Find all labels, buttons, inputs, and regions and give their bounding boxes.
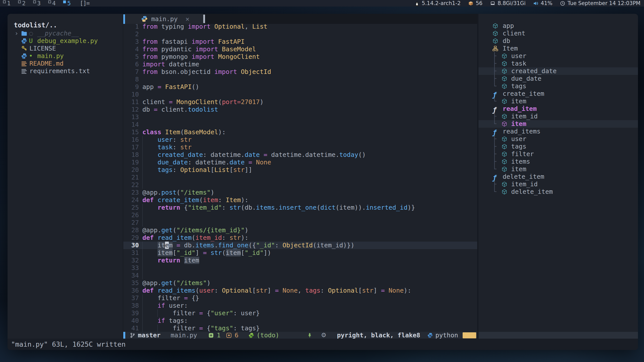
code-area[interactable]: 1from typing import Optional, List23from… [123,23,477,332]
line-number: 31 [123,249,142,257]
symbol-read_item[interactable]: ƒread_item [478,105,638,113]
code-line-39[interactable]: 39filter = {"user": user} [123,309,477,317]
code-line-20[interactable]: 20tags: Optional[List[str]] [123,166,477,174]
statusline-filename: main.py [171,332,197,339]
file-row-main-py[interactable]: •main.py [8,52,123,60]
symbol-item[interactable]: └item [478,98,638,105]
code-line-21[interactable]: 21 [123,174,477,181]
symbol-client[interactable]: client [478,30,638,37]
symbol-tags[interactable]: └tags [478,82,638,90]
tree-connector: ├ [493,113,496,120]
variable-icon [493,31,498,36]
tree-connector: ├ [493,52,496,60]
code-line-3[interactable]: 3from fastapi import FastAPI [123,38,477,46]
chevron-right-icon[interactable]: › [15,30,18,37]
symbol-label: item_id [511,113,538,120]
indent-guide [142,317,157,325]
code-text: @app.get("/items") [142,279,211,287]
symbol-app[interactable]: app [478,22,638,30]
indent-guide [142,257,157,264]
symbol-delete_item[interactable]: ƒdelete_item [478,173,638,180]
file-row-requirements-txt[interactable]: requirements.txt [8,67,123,75]
symbol-user[interactable]: ├user [478,52,638,60]
code-line-33[interactable]: 33 [123,264,477,272]
symbol-create_item[interactable]: ƒcreate_item [478,90,638,98]
code-text: item = db.items.find_one({"_id": ObjectI… [142,242,354,249]
code-line-26[interactable]: 26 [123,211,477,219]
code-line-31[interactable]: 31item["_id"] = str(item["_id"]) [123,249,477,257]
code-line-28[interactable]: 28@app.get("/items/{item_id}") [123,227,477,234]
code-line-4[interactable]: 4from pydantic import BaseModel [123,46,477,53]
code-line-23[interactable]: 23@app.post("/items") [123,189,477,196]
symbol-item_id[interactable]: ├item_id [478,113,638,120]
code-line-18[interactable]: 18created_date: datetime.date = datetime… [123,151,477,159]
code-line-27[interactable]: 27 [123,219,477,227]
code-line-22[interactable]: 22 [123,181,477,189]
symbol-due_date[interactable]: ├due_date [478,75,638,82]
tab-main-py[interactable]: main.py × [125,14,203,24]
close-icon[interactable]: × [185,15,189,23]
symbol-item[interactable]: └item [478,120,638,128]
code-line-9[interactable]: 9app = FastAPI() [123,83,477,91]
file-row--pycache-[interactable]: ›◌__pycache__ [8,30,123,37]
workspace-3[interactable]: 3 [33,0,41,6]
workspace-4[interactable]: 4 [48,0,56,6]
code-line-13[interactable]: 13 [123,113,477,121]
indent-guide [142,325,157,332]
code-line-6[interactable]: 6import datetime [123,61,477,68]
symbol-read_items[interactable]: ƒread_items [478,128,638,135]
code-line-8[interactable]: 8 [123,76,477,83]
code-line-36[interactable]: 36def read_items(user: Optional[str] = N… [123,287,477,294]
code-line-24[interactable]: 24def create_item(item: Item): [123,196,477,204]
symbol-created_date[interactable]: ├created_date [478,67,638,75]
symbol-filter[interactable]: ├filter [478,150,638,158]
code-line-10[interactable]: 10 [123,91,477,98]
code-line-5[interactable]: 5from pymongo import MongoClient [123,53,477,61]
code-line-30[interactable]: 30item = db.items.find_one({"_id": Objec… [123,242,477,249]
code-line-15[interactable]: 15class Item(BaseModel): [123,128,477,136]
code-line-35[interactable]: 35@app.get("/items") [123,279,477,287]
code-line-37[interactable]: 37filter = {} [123,294,477,302]
project-root-label[interactable]: todolist/.. [14,21,57,29]
layout-indicator-icon[interactable]: []= [80,0,90,7]
code-text: filter = {"tags": tags} [142,325,260,332]
indent-guide [142,144,157,151]
workspace-square-icon [3,1,6,3]
symbol-tags[interactable]: ├tags [478,143,638,150]
symbol-Item[interactable]: Item [478,45,638,52]
symbol-items[interactable]: ├items [478,158,638,165]
symbol-item[interactable]: └item [478,165,638,173]
symbol-user[interactable]: ├user [478,135,638,143]
workspace-5[interactable]: 5 [63,0,71,6]
code-line-2[interactable]: 2 [123,30,477,38]
workspace-1[interactable]: 1 [3,0,11,6]
tree-connector: ├ [493,60,496,67]
symbol-task[interactable]: ├task [478,60,638,67]
code-line-1[interactable]: 1from typing import Optional, List [123,23,477,30]
code-line-32[interactable]: 32return item [123,257,477,264]
code-line-38[interactable]: 38if user: [123,302,477,309]
code-line-40[interactable]: 40if tags: [123,317,477,325]
file-row-debug-example-py[interactable]: Udebug_example.py [8,37,123,45]
file-row-readme-md[interactable]: README.md [8,60,123,67]
code-line-41[interactable]: 41filter = {"tags": tags} [123,325,477,332]
symbol-db[interactable]: db [478,37,638,45]
code-line-34[interactable]: 34 [123,272,477,279]
workspace-2[interactable]: 2 [18,0,26,6]
code-line-11[interactable]: 11client = MongoClient(port=27017) [123,98,477,106]
tree-connector: └ [493,165,496,173]
variable-icon [502,189,507,195]
code-line-17[interactable]: 17task: str [123,144,477,151]
symbol-item_id[interactable]: ├item_id [478,180,638,188]
code-line-25[interactable]: 25return {"item_id": str(db.items.insert… [123,204,477,211]
code-line-12[interactable]: 12db = client.todolist [123,106,477,113]
symbol-delete_item[interactable]: └delete_item [478,188,638,196]
code-line-19[interactable]: 19due_date: datetime.date = None [123,159,477,166]
line-number: 26 [123,211,142,219]
file-row-license[interactable]: LICENSE [8,45,123,52]
code-line-16[interactable]: 16user: str [123,136,477,144]
code-line-29[interactable]: 29def read_item(item_id: str): [123,234,477,242]
code-line-14[interactable]: 14 [123,121,477,128]
code-line-7[interactable]: 7from bson.objectid import ObjectId [123,68,477,76]
git-branch-label[interactable]: master [138,332,160,339]
